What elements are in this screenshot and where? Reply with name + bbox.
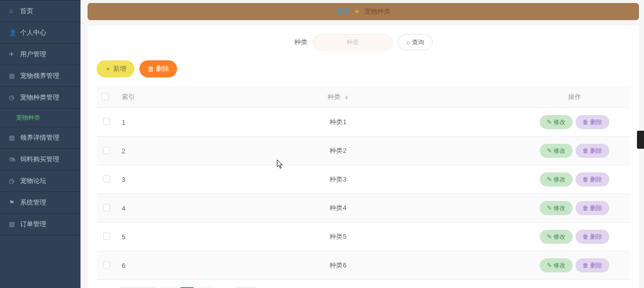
cell-index: 5 (117, 223, 157, 251)
row-checkbox[interactable] (103, 233, 110, 240)
cell-ops: ✎修改🗑删除 (519, 137, 630, 165)
search-button-label: 查询 (412, 38, 424, 47)
sidebar-item-label: 宠物种类 (16, 114, 40, 122)
search-icon: ⌕ (407, 39, 410, 46)
star-icon: ★ (354, 8, 360, 15)
sidebar-subitem[interactable]: 宠物种类 (0, 109, 80, 127)
cell-ops: ✎修改🗑删除 (519, 165, 630, 194)
sidebar-item[interactable]: ◷宠物论坛 (0, 170, 80, 191)
row-delete-button-label: 删除 (590, 204, 602, 213)
delete-button[interactable]: 🗑 删除 (139, 60, 177, 77)
row-checkbox[interactable] (103, 147, 110, 154)
list-icon: ▤ (9, 134, 16, 141)
table-row: 1种类1✎修改🗑删除 (97, 108, 630, 137)
list-icon: ▤ (9, 72, 16, 79)
sidebar-item-label: 领养详情管理 (20, 133, 59, 142)
edit-icon: ✎ (547, 176, 552, 183)
breadcrumb-current: 宠物种类 (364, 8, 390, 15)
row-checkbox[interactable] (103, 118, 110, 125)
table-row: 3种类3✎修改🗑删除 (97, 165, 630, 194)
cell-ops: ✎修改🗑删除 (519, 108, 630, 137)
cell-type: 种类1 (157, 108, 519, 137)
sidebar-item[interactable]: ✈用户管理 (0, 44, 80, 65)
row-delete-button-label: 删除 (590, 147, 602, 155)
cell-type: 种类4 (157, 194, 519, 223)
add-button[interactable]: ＋ 新增 (97, 60, 134, 77)
edit-icon: ✎ (547, 205, 552, 212)
sidebar-item[interactable]: ⚑系统管理 (0, 192, 80, 213)
sidebar-item-label: 饲料购买管理 (20, 155, 59, 164)
cell-index: 2 (117, 137, 157, 165)
row-delete-button-label: 删除 (590, 261, 602, 270)
sidebar-item-label: 订单管理 (20, 220, 46, 229)
sidebar-item-label: 宠物种类管理 (20, 93, 59, 102)
sidebar-item[interactable]: ◷宠物种类管理 (0, 87, 80, 108)
row-delete-button-label: 删除 (590, 175, 602, 184)
col-type-header[interactable]: 种类 ▲▼ (157, 86, 519, 108)
edit-button[interactable]: ✎修改 (540, 144, 573, 158)
cell-index: 6 (117, 251, 157, 280)
plus-icon: ＋ (105, 64, 111, 73)
cell-type: 种类5 (157, 223, 519, 251)
col-ops-header: 操作 (519, 86, 630, 108)
edit-button[interactable]: ✎修改 (540, 115, 573, 129)
cell-ops: ✎修改🗑删除 (519, 223, 630, 251)
breadcrumb-home-link[interactable]: 首页 (336, 8, 349, 15)
edit-button-label: 修改 (553, 118, 566, 127)
edit-button[interactable]: ✎修改 (540, 201, 573, 215)
sidebar-item-label: 系统管理 (20, 198, 46, 207)
cell-index: 3 (117, 165, 157, 194)
sort-icon[interactable]: ▲▼ (345, 95, 349, 100)
search-button[interactable]: ⌕ 查询 (398, 34, 433, 50)
breadcrumb: 首页 ★ 宠物种类 (88, 3, 639, 20)
row-checkbox[interactable] (103, 261, 110, 268)
cell-type: 种类2 (157, 137, 519, 165)
main-content: 首页 ★ 宠物种类 种类 ⌕ 查询 ＋ 新增 🗑 删除 (80, 0, 644, 288)
edit-icon: ✎ (547, 119, 552, 126)
trash-icon: 🗑 (583, 119, 589, 126)
user-icon: 👤 (9, 29, 16, 36)
right-side-tab[interactable] (637, 131, 644, 149)
row-delete-button[interactable]: 🗑删除 (576, 258, 609, 272)
row-delete-button[interactable]: 🗑删除 (576, 230, 609, 244)
content-card: 种类 ⌕ 查询 ＋ 新增 🗑 删除 (88, 25, 639, 288)
sidebar-item[interactable]: ⌂首页 (0, 1, 80, 22)
sidebar-item[interactable]: ▤订单管理 (0, 214, 80, 235)
row-delete-button[interactable]: 🗑删除 (576, 172, 609, 186)
home-icon: ⌂ (9, 8, 16, 15)
row-checkbox[interactable] (103, 204, 110, 211)
clock-icon: ◷ (9, 94, 16, 101)
actions-row: ＋ 新增 🗑 删除 (97, 60, 630, 77)
sidebar-item-label: 首页 (20, 7, 33, 16)
table-row: 4种类4✎修改🗑删除 (97, 194, 630, 223)
row-delete-button[interactable]: 🗑删除 (576, 144, 609, 158)
trash-icon: 🗑 (147, 65, 154, 73)
row-checkbox[interactable] (103, 175, 110, 182)
row-delete-button[interactable]: 🗑删除 (576, 115, 609, 129)
row-delete-button-label: 删除 (590, 118, 602, 127)
search-row: 种类 ⌕ 查询 (97, 34, 630, 50)
sidebar-item[interactable]: ▤宠物领养管理 (0, 65, 80, 86)
sidebar-item[interactable]: 🛍饲料购买管理 (0, 149, 80, 170)
edit-button-label: 修改 (553, 175, 566, 184)
edit-icon: ✎ (547, 233, 552, 240)
edit-button[interactable]: ✎修改 (540, 172, 573, 186)
row-delete-button[interactable]: 🗑删除 (576, 201, 609, 215)
row-delete-button-label: 删除 (590, 233, 602, 241)
delete-button-label: 删除 (156, 64, 169, 73)
trash-icon: 🗑 (583, 233, 589, 240)
col-type-header-label: 种类 (328, 93, 341, 101)
edit-button[interactable]: ✎修改 (540, 258, 573, 272)
edit-button[interactable]: ✎修改 (540, 230, 573, 244)
list-icon: ▤ (9, 221, 16, 228)
search-input[interactable] (312, 34, 393, 50)
select-all-checkbox[interactable] (102, 93, 109, 100)
trash-icon: 🗑 (583, 176, 589, 183)
cell-index: 4 (117, 194, 157, 223)
sidebar-item-label: 宠物领养管理 (20, 71, 59, 80)
sidebar-item[interactable]: 👤个人中心 (0, 22, 80, 43)
sidebar-item[interactable]: ▤领养详情管理 (0, 127, 80, 148)
edit-icon: ✎ (547, 262, 552, 269)
table-row: 2种类2✎修改🗑删除 (97, 137, 630, 165)
clock-icon: ◷ (9, 177, 16, 184)
